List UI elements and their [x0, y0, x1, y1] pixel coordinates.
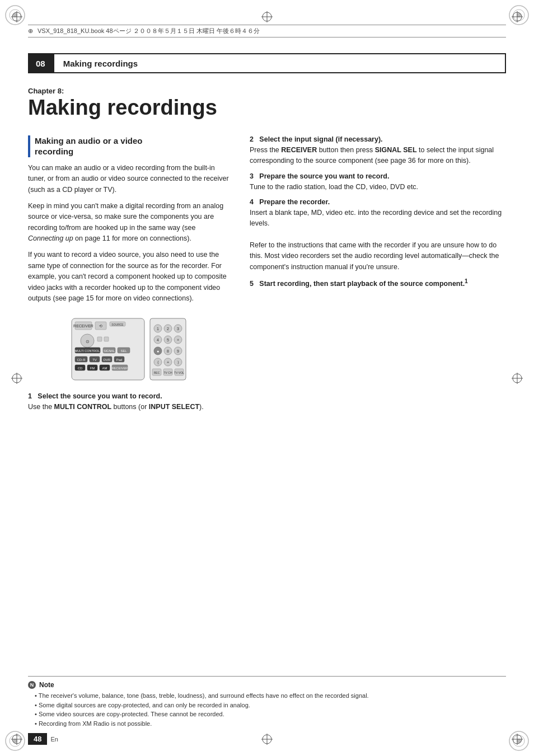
- step-4: 4 Prepare the recorder. Insert a blank t…: [250, 198, 506, 273]
- svg-text:2: 2: [167, 327, 169, 331]
- note-bullet-2: Some digital sources are copy-protected,…: [35, 701, 506, 710]
- svg-text:FM: FM: [90, 367, 95, 370]
- svg-text:5: 5: [167, 338, 169, 342]
- svg-rect-46: [104, 337, 109, 341]
- svg-text:⟲: ⟲: [99, 324, 102, 328]
- step-4-body: Insert a blank tape, MD, video etc. into…: [250, 208, 506, 273]
- svg-text:RECEIVER: RECEIVER: [73, 324, 93, 328]
- note-icon: N: [28, 681, 36, 689]
- reg-mark-tc: [260, 10, 274, 24]
- reg-mark-tr: [510, 10, 524, 24]
- file-info-bar: ⊕ VSX_918_818_KU.book 48ページ ２００８年５月１５日 木…: [28, 25, 506, 37]
- main-content: Chapter 8: Making recordings Making an a…: [28, 87, 506, 700]
- note-section: N Note The receiver's volume, balance, t…: [28, 676, 506, 728]
- svg-text:RECEIVER: RECEIVER: [112, 367, 128, 370]
- step-5: 5 Start recording, then start playback o…: [250, 278, 506, 288]
- svg-text:SEL: SEL: [121, 349, 127, 353]
- page-number-area: 48 En: [28, 733, 58, 745]
- big-chapter-label: Chapter 8:: [28, 87, 506, 95]
- left-column: Making an audio or a videorecording You …: [28, 135, 229, 419]
- left-para-1: You can make an audio or a video recordi…: [28, 163, 229, 195]
- right-column: 2 Select the input signal (if necessary)…: [250, 135, 506, 419]
- reg-mark-br: [510, 732, 524, 746]
- svg-rect-45: [97, 337, 102, 341]
- section-heading-left: Making an audio or a videorecording: [28, 135, 229, 157]
- step-1-title: 1 Select the source you want to record.: [28, 392, 229, 400]
- reg-mark-tl: [10, 10, 24, 24]
- step-2: 2 Select the input signal (if necessary)…: [250, 135, 506, 167]
- left-para-3: If you want to record a video source, yo…: [28, 250, 229, 304]
- left-para-2: Keep in mind you can't make a digital re…: [28, 201, 229, 245]
- step-2-title: 2 Select the input signal (if necessary)…: [250, 135, 506, 143]
- reg-mark-bl: [10, 732, 24, 746]
- svg-text:SIGNAL: SIGNAL: [104, 349, 115, 353]
- note-header: N Note: [28, 681, 506, 689]
- file-info-text: VSX_918_818_KU.book 48ページ ２００８年５月１５日 木曜日…: [38, 27, 260, 35]
- step-3-body: Tune to the radio station, load the CD, …: [250, 182, 506, 192]
- chapter-title-bar: Making recordings: [53, 53, 506, 73]
- page-number: 48: [28, 733, 47, 745]
- chapter-title-text: Making recordings: [63, 59, 138, 68]
- note-bullet-4: Recording from XM Radio is not possible.: [35, 719, 506, 729]
- svg-text:TV VOL: TV VOL: [174, 371, 184, 374]
- remote-image-area: RECEIVER ⟲ SOURCE ⊙ MULTI CONTROL: [28, 313, 229, 386]
- svg-text:MULTI CONTROL: MULTI CONTROL: [75, 349, 100, 353]
- svg-text:TV: TV: [92, 358, 97, 361]
- svg-text:●: ●: [157, 349, 159, 353]
- svg-text:3: 3: [177, 327, 179, 331]
- svg-text:CD-R: CD-R: [77, 358, 86, 361]
- step-3: 3 Prepare the source you want to record.…: [250, 172, 506, 192]
- note-label: Note: [39, 681, 54, 689]
- crosshair-file: ⊕: [28, 27, 33, 35]
- step-3-title: 3 Prepare the source you want to record.: [250, 172, 506, 180]
- svg-text:AM: AM: [102, 367, 107, 370]
- svg-text:+: +: [167, 360, 169, 364]
- svg-text:⟩: ⟩: [177, 360, 179, 364]
- page: ⊕ VSX_918_818_KU.book 48ページ ２００８年５月１５日 木…: [0, 0, 534, 756]
- svg-text:CD: CD: [78, 367, 83, 370]
- svg-text:1: 1: [157, 327, 159, 331]
- step-4-title: 4 Prepare the recorder.: [250, 198, 506, 206]
- note-bullet-3: Some video sources are copy-protected. T…: [35, 710, 506, 719]
- svg-text:SOURCE: SOURCE: [111, 323, 124, 326]
- reg-mark-bc: [260, 732, 274, 746]
- step-1-body: Use the MULTI CONTROL buttons (or INPUT …: [28, 402, 229, 412]
- svg-text:⊙: ⊙: [86, 339, 90, 344]
- svg-text:Pad: Pad: [116, 358, 123, 361]
- reg-mark-mr: [510, 372, 524, 385]
- svg-text:9: 9: [177, 349, 179, 353]
- step-1: 1 Select the source you want to record. …: [28, 392, 229, 412]
- svg-text:TV CH: TV CH: [164, 371, 172, 374]
- note-bullets-list: The receiver's volume, balance, tone (ba…: [28, 691, 506, 728]
- chapter-bar: 08 Making recordings: [28, 53, 506, 73]
- step-5-title: 5 Start recording, then start playback o…: [250, 278, 506, 288]
- svg-text:8: 8: [167, 349, 169, 353]
- svg-text:REC: REC: [154, 371, 160, 374]
- chapter-number: 08: [28, 53, 53, 73]
- svg-text:4: 4: [157, 338, 159, 342]
- remote-control-svg: RECEIVER ⟲ SOURCE ⊙ MULTI CONTROL: [67, 313, 190, 386]
- two-column-layout: Making an audio or a videorecording You …: [28, 135, 506, 419]
- reg-mark-ml: [10, 372, 24, 385]
- svg-text:+: +: [177, 338, 179, 342]
- svg-text:⟨: ⟨: [157, 360, 159, 364]
- step-2-body: Press the RECEIVER button then press SIG…: [250, 145, 506, 167]
- page-lang: En: [50, 736, 58, 743]
- big-chapter-title: Making recordings: [28, 96, 506, 120]
- note-bullet-1: The receiver's volume, balance, tone (ba…: [35, 691, 506, 701]
- svg-text:DVR: DVR: [104, 358, 111, 361]
